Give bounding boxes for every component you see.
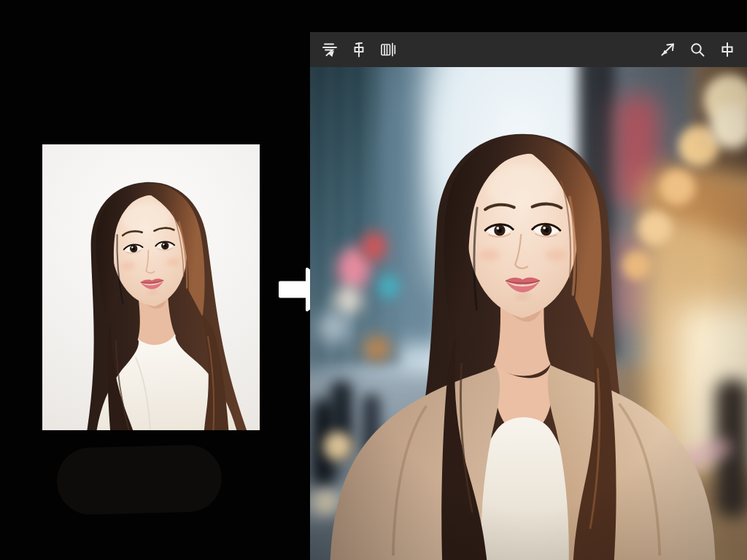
before-portrait-illustration	[42, 149, 260, 430]
vignette-overlay	[310, 67, 747, 560]
toolbar-left-group	[320, 40, 398, 59]
cjk-glyph-zhong-hook-icon[interactable]	[349, 40, 368, 59]
send-icon[interactable]	[658, 40, 677, 59]
editor-panel	[310, 32, 747, 560]
search-icon[interactable]	[688, 40, 707, 59]
cjk-glyph-yun-icon[interactable]	[320, 40, 339, 59]
before-photo	[42, 144, 260, 430]
cjk-zhong-icon[interactable]	[718, 40, 737, 59]
toolbar	[310, 32, 747, 67]
faint-reflection-blob	[56, 444, 222, 516]
toolbar-right-group	[658, 40, 737, 59]
cjk-glyph-boxed-lines-icon[interactable]	[379, 40, 398, 59]
after-photo	[310, 67, 747, 560]
